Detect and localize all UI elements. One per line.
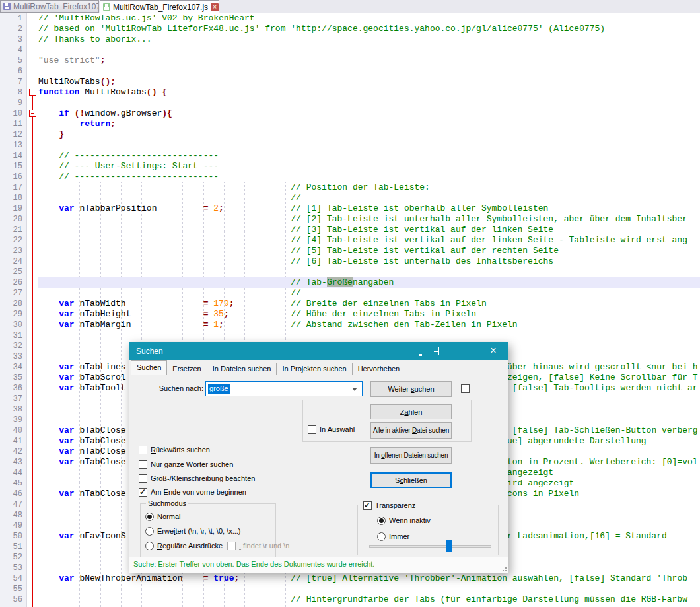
code-token: 1 bbox=[213, 320, 219, 330]
code-token: // [1] Tab-Leiste ist oberhalb aller Sym… bbox=[291, 203, 548, 213]
code-line: // [6] Tab-Leiste ist unterhalb des Inha… bbox=[38, 256, 553, 267]
code-token: ; bbox=[234, 573, 240, 583]
code-token: window bbox=[85, 108, 116, 118]
radio-always[interactable]: Immer bbox=[377, 532, 409, 541]
dot-matches-newline-checkbox: . findet \r und \n bbox=[227, 541, 289, 550]
code-token: // [4] Tab-Leiste ist vertikal auf der l… bbox=[291, 235, 687, 245]
resize-grip[interactable] bbox=[500, 565, 507, 571]
checkbox-box bbox=[308, 425, 316, 434]
code-token: // Höhe der einzelnen Tabs in Pixeln bbox=[291, 309, 476, 319]
code-token: ue] abgerundete Darstellung bbox=[507, 436, 647, 446]
dialog-statusbar: Suche: Erster Treffer von oben. Das Ende… bbox=[129, 557, 508, 573]
code-line: "use strict"; bbox=[38, 55, 105, 66]
code-line: // Thanks to aborix... bbox=[38, 34, 152, 45]
code-token: nTabLines bbox=[75, 362, 126, 372]
file-tab-active[interactable]: MultiRowTab_Firefox107.js × bbox=[100, 0, 219, 13]
code-token: ; bbox=[110, 119, 116, 129]
code-token: (); bbox=[100, 77, 116, 87]
code-token: nTabClose bbox=[75, 489, 126, 499]
code-line: var nTabbarPosition = 2; // [1] Tab-Leis… bbox=[38, 203, 548, 214]
radio-extended[interactable]: Erweitert (\n, \r, \t, \0, \x...) bbox=[145, 526, 241, 536]
dialog-title: Suchen bbox=[136, 343, 163, 360]
code-token: // --- User-Settings: Start --- bbox=[59, 161, 219, 171]
code-token: // [2] Tab-Leiste ist unterhalb aller Sy… bbox=[291, 214, 687, 224]
file-tab-inactive[interactable]: MultiRowTab_Firefox107.js × bbox=[0, 0, 99, 13]
code-token: // ---------------------------- bbox=[59, 172, 219, 182]
transparency-checkbox[interactable]: Transparenz bbox=[362, 501, 417, 510]
tab-hervorheben[interactable]: Hervorheben bbox=[352, 363, 406, 375]
code-token: ; bbox=[100, 55, 106, 65]
code-token: nFavIconS bbox=[75, 531, 126, 541]
code-line: var nTabClose bbox=[38, 446, 126, 457]
tab-in-projekten-suchen[interactable]: In Projekten suchen bbox=[276, 363, 352, 375]
checkbox-label: In Auswahl bbox=[320, 425, 355, 433]
code-token: http://space.geocities.yahoo.co.jp/gl/al… bbox=[296, 24, 543, 34]
search-input-value: größe bbox=[208, 384, 230, 394]
code-token: ; bbox=[229, 299, 234, 308]
code-token: = bbox=[203, 309, 214, 319]
count-button[interactable]: Zählen bbox=[370, 404, 452, 419]
code-token: var bbox=[59, 425, 74, 435]
code-token: // ---------------------------- bbox=[59, 151, 219, 161]
tab-ersetzen[interactable]: Ersetzen bbox=[166, 363, 207, 375]
code-token: MultiRowTabs bbox=[79, 87, 146, 97]
transparency-slider[interactable] bbox=[369, 545, 491, 548]
radio-circle bbox=[377, 532, 386, 541]
code-token: bTabClose bbox=[75, 436, 126, 446]
code-token: über hinaus wird gescrollt <nur bei h bbox=[507, 362, 698, 372]
code-token: // based on 'MultiRowTab_LiteforFx48.uc.… bbox=[38, 24, 296, 34]
search-input[interactable]: größe bbox=[205, 381, 363, 396]
close-tab-icon[interactable]: × bbox=[211, 3, 219, 11]
match-case-checkbox[interactable]: Groß-/Kleinschreibung beachten bbox=[139, 474, 255, 483]
code-token: 2 bbox=[213, 203, 219, 213]
code-token: ; bbox=[224, 309, 229, 319]
code-line: // Hintergrundfarbe der Tabs (für einfar… bbox=[38, 594, 687, 605]
code-token: // Hintergrundfarbe der Tabs (für einfar… bbox=[291, 594, 687, 604]
find-dialog: Suchen × Suchen Ersetzen In Dateien such… bbox=[129, 342, 508, 573]
code-token: // Breite der einzelnen Tabs in Pixeln bbox=[291, 299, 486, 308]
dialog-titlebar[interactable]: Suchen × bbox=[129, 343, 508, 360]
code-token: // [3] Tab-Leiste ist vertikal auf der l… bbox=[291, 225, 553, 234]
find-next-button[interactable]: Weiter suchen bbox=[370, 381, 452, 397]
code-line: function MultiRowTabs() { bbox=[38, 87, 167, 98]
checkbox-box bbox=[139, 488, 147, 497]
code-line: // bbox=[38, 193, 301, 203]
close-button[interactable]: Schließen bbox=[370, 472, 452, 488]
code-token: ton in Prozent. Wertebereich: [0]=vol bbox=[507, 457, 698, 467]
code-line: var nTabWidth = 170; // Breite der einze… bbox=[38, 299, 487, 309]
radio-regex[interactable]: Reguläre Ausdrücke bbox=[145, 541, 223, 550]
transparency-slider-thumb[interactable] bbox=[446, 540, 452, 552]
chevron-down-icon[interactable] bbox=[352, 388, 357, 391]
wrap-around-checkbox[interactable]: Am Ende von vorne beginnen bbox=[139, 487, 246, 497]
code-line: // Position der Tab-Leiste: bbox=[38, 182, 430, 193]
whole-word-checkbox[interactable]: Nur ganze Wörter suchen bbox=[139, 460, 233, 469]
pin-icon[interactable] bbox=[434, 347, 444, 356]
code-token: // 'MultiRowTabs.uc.js' V02 by BrokenHea… bbox=[38, 13, 255, 23]
code-line: if (!window.gBrowser){ bbox=[38, 108, 172, 119]
code-line: // [5] Tab-Leiste ist vertikal auf der r… bbox=[38, 246, 559, 256]
close-icon[interactable]: × bbox=[487, 343, 500, 360]
code-line: // Tab-Größenangaben bbox=[38, 277, 394, 288]
radio-when-inactive[interactable]: Wenn inaktiv bbox=[377, 516, 431, 525]
titlebar-dot-icon bbox=[419, 354, 422, 356]
radio-label: Normal bbox=[157, 513, 180, 520]
find-all-open-button[interactable]: In offenen Dateien suchen bbox=[370, 447, 452, 464]
code-line: // bbox=[38, 288, 301, 299]
radio-label: Wenn inaktiv bbox=[389, 517, 431, 524]
code-line: // ---------------------------- bbox=[38, 172, 219, 182]
code-token: nTabbarPosition bbox=[75, 203, 157, 213]
file-tab-label: MultiRowTab_Firefox107.js bbox=[113, 3, 208, 12]
backwards-checkbox[interactable]: Rückwärts suchen bbox=[139, 445, 210, 454]
radio-label: Erweitert (\n, \r, \t, \0, \x...) bbox=[157, 527, 241, 535]
in-selection-checkbox[interactable]: In Auswahl bbox=[308, 425, 355, 434]
tab-in-dateien-suchen[interactable]: In Dateien suchen bbox=[207, 363, 277, 375]
checkbox-label: Rückwärts suchen bbox=[151, 446, 210, 454]
code-line: } bbox=[38, 129, 64, 140]
find-all-active-button[interactable]: Alle in aktiver Datei suchen bbox=[370, 422, 452, 439]
find-next-option-checkbox[interactable] bbox=[461, 384, 470, 393]
code-token: (Alice0775) bbox=[543, 24, 606, 34]
checkbox-box bbox=[139, 460, 147, 469]
tab-suchen[interactable]: Suchen bbox=[131, 360, 167, 375]
checkbox-label: Nur ganze Wörter suchen bbox=[151, 460, 233, 468]
radio-normal[interactable]: Normal bbox=[145, 512, 180, 521]
